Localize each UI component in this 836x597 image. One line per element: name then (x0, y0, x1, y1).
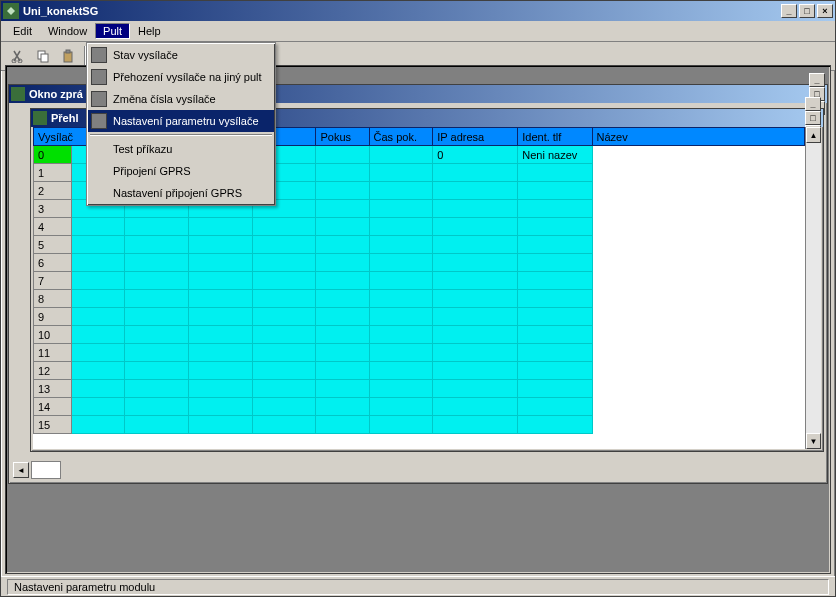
table-row[interactable]: 5 (34, 236, 805, 254)
cell[interactable] (72, 218, 125, 236)
cell[interactable] (433, 416, 518, 434)
cell[interactable]: 0 (433, 146, 518, 164)
cell[interactable] (125, 380, 189, 398)
cell[interactable] (316, 272, 369, 290)
menu-item-5[interactable]: Test příkazu (88, 138, 274, 160)
cell[interactable] (189, 416, 253, 434)
cell[interactable] (189, 308, 253, 326)
maximize-button[interactable]: □ (799, 4, 815, 18)
cell[interactable] (316, 236, 369, 254)
cell[interactable] (316, 362, 369, 380)
menu-item-3[interactable]: Nastavení parametru vysílače (88, 110, 274, 132)
cell[interactable] (72, 290, 125, 308)
menu-item-6[interactable]: Připojení GPRS (88, 160, 274, 182)
cell[interactable] (369, 200, 433, 218)
cell[interactable] (369, 236, 433, 254)
cell[interactable] (189, 254, 253, 272)
minimize-button[interactable]: _ (781, 4, 797, 18)
cell[interactable]: Neni nazev (518, 146, 592, 164)
cell[interactable] (252, 254, 316, 272)
cell[interactable] (369, 308, 433, 326)
cell[interactable] (433, 290, 518, 308)
cell[interactable] (252, 218, 316, 236)
cell[interactable] (433, 254, 518, 272)
cell[interactable] (518, 416, 592, 434)
row-header[interactable]: 11 (34, 344, 72, 362)
table-row[interactable]: 4 (34, 218, 805, 236)
cell[interactable] (316, 218, 369, 236)
cell[interactable] (518, 290, 592, 308)
cell[interactable] (72, 254, 125, 272)
menu-help[interactable]: Help (130, 23, 169, 39)
cell[interactable] (433, 362, 518, 380)
cell[interactable] (518, 182, 592, 200)
cell[interactable] (252, 308, 316, 326)
cell[interactable] (252, 362, 316, 380)
row-header[interactable]: 10 (34, 326, 72, 344)
col-header-5[interactable]: Čas pok. (369, 128, 433, 146)
row-header[interactable]: 5 (34, 236, 72, 254)
cell[interactable] (369, 326, 433, 344)
cell[interactable] (125, 254, 189, 272)
menu-item-0[interactable]: Stav vysílače (88, 44, 274, 66)
table-row[interactable]: 15 (34, 416, 805, 434)
cell[interactable] (125, 218, 189, 236)
cell[interactable] (369, 398, 433, 416)
cell[interactable] (252, 290, 316, 308)
row-header[interactable]: 2 (34, 182, 72, 200)
cell[interactable] (518, 326, 592, 344)
cell[interactable] (433, 236, 518, 254)
close-button[interactable]: × (817, 4, 833, 18)
cell[interactable] (369, 254, 433, 272)
cell[interactable] (72, 362, 125, 380)
cell[interactable] (72, 236, 125, 254)
cell[interactable] (252, 236, 316, 254)
cell[interactable] (72, 308, 125, 326)
vertical-scrollbar[interactable]: ▲ ▼ (805, 127, 821, 449)
cell[interactable] (189, 236, 253, 254)
cell[interactable] (189, 344, 253, 362)
cell[interactable] (72, 398, 125, 416)
cell[interactable] (125, 416, 189, 434)
cell[interactable] (72, 416, 125, 434)
cell[interactable] (316, 254, 369, 272)
cell[interactable] (316, 182, 369, 200)
table-row[interactable]: 11 (34, 344, 805, 362)
table-row[interactable]: 13 (34, 380, 805, 398)
scroll-track[interactable] (806, 143, 821, 433)
table-row[interactable]: 14 (34, 398, 805, 416)
cell[interactable] (369, 146, 433, 164)
cell[interactable] (518, 218, 592, 236)
cell[interactable] (72, 272, 125, 290)
menu-edit[interactable]: Edit (5, 23, 40, 39)
cell[interactable] (369, 218, 433, 236)
cell[interactable] (189, 362, 253, 380)
cell[interactable] (316, 200, 369, 218)
row-header[interactable]: 14 (34, 398, 72, 416)
pult-dropdown[interactable]: Stav vysílačePřehození vysílače na jiný … (86, 42, 276, 206)
cell[interactable] (369, 362, 433, 380)
table-row[interactable]: 7 (34, 272, 805, 290)
cell[interactable] (369, 344, 433, 362)
cell[interactable] (125, 344, 189, 362)
cell[interactable] (433, 272, 518, 290)
cell[interactable] (252, 380, 316, 398)
cell[interactable] (369, 272, 433, 290)
cell[interactable] (72, 380, 125, 398)
cell[interactable] (433, 218, 518, 236)
child-front-minimize-button[interactable]: _ (805, 97, 821, 111)
cell[interactable] (189, 380, 253, 398)
row-header[interactable]: 0 (34, 146, 72, 164)
cell[interactable] (518, 344, 592, 362)
cell[interactable] (316, 146, 369, 164)
row-header[interactable]: 8 (34, 290, 72, 308)
row-header[interactable]: 9 (34, 308, 72, 326)
menu-pult[interactable]: Pult (95, 23, 130, 39)
cell[interactable] (189, 398, 253, 416)
menu-item-2[interactable]: Změna čísla vysílače (88, 88, 274, 110)
menu-item-7[interactable]: Nastavení připojení GPRS (88, 182, 274, 204)
child-back-minimize-button[interactable]: _ (809, 73, 825, 87)
main-titlebar[interactable]: Uni_konektSG _ □ × (1, 1, 835, 21)
col-header-6[interactable]: IP adresa (433, 128, 518, 146)
cell[interactable] (316, 164, 369, 182)
